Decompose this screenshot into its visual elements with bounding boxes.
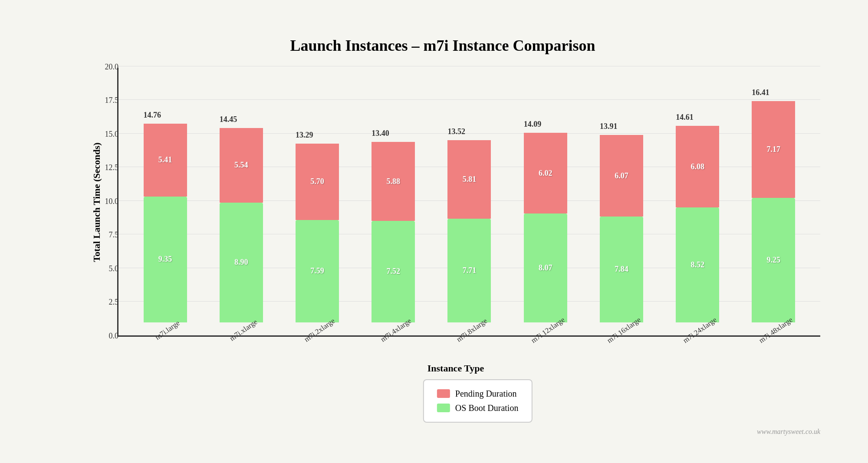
bar-total-label: 13.91: [600, 122, 618, 131]
bar-boot-segment: 7.71: [447, 219, 491, 322]
bar-stack: 14.769.355.41: [144, 124, 187, 322]
bar-boot-value: 7.52: [387, 267, 401, 276]
bar-stack: 14.098.076.02: [524, 133, 567, 322]
bar-stack: 16.419.257.17: [752, 101, 795, 322]
legend-label: OS Boot Duration: [455, 403, 519, 413]
bar-total-label: 14.61: [676, 113, 694, 122]
y-axis-label: 15.0: [95, 130, 118, 139]
y-axis-label: 12.5: [95, 163, 118, 172]
bar-total-label: 14.09: [524, 120, 542, 129]
bar-boot-segment: 9.35: [144, 197, 187, 322]
legend-color-swatch: [437, 404, 450, 412]
bar-boot-segment: 7.59: [296, 220, 339, 322]
bar-pending-value: 6.07: [615, 171, 628, 181]
bar-total-label: 13.40: [372, 129, 389, 138]
bar-boot-value: 8.07: [539, 263, 552, 273]
bar-pending-segment: 6.07: [600, 135, 643, 217]
bar-boot-value: 7.59: [310, 266, 324, 276]
legend-item: Pending Duration: [437, 389, 517, 399]
bar-total-label: 16.41: [752, 88, 769, 97]
y-axis-label: 5.0: [95, 264, 118, 273]
y-axis-label: 7.5: [95, 230, 118, 240]
bar-boot-segment: 8.90: [220, 203, 263, 322]
bar-group: 13.917.846.07m7i.16xlarge: [595, 135, 648, 335]
bar-pending-value: 5.41: [158, 155, 172, 164]
bar-stack: 14.458.905.54: [220, 128, 263, 322]
bar-boot-segment: 9.25: [752, 198, 795, 322]
bar-pending-value: 6.08: [690, 162, 704, 171]
bar-pending-segment: 5.81: [447, 140, 491, 218]
bar-pending-segment: 5.70: [296, 144, 339, 220]
bar-total-label: 13.29: [296, 131, 313, 140]
bar-pending-segment: 5.41: [144, 124, 187, 197]
bar-boot-segment: 7.52: [372, 221, 415, 322]
chart-title: Launch Instances – m7i Instance Comparis…: [65, 36, 820, 55]
bar-pending-segment: 5.54: [220, 128, 263, 203]
bar-pending-value: 5.70: [310, 177, 324, 186]
y-axis-label: 0.0: [95, 332, 118, 341]
y-axis-label: 10.0: [95, 197, 118, 206]
bar-boot-value: 9.25: [767, 256, 781, 265]
bar-group: 16.419.257.17m7i.48xlarge: [747, 101, 799, 335]
bar-group: 14.098.076.02m7i.12xlarge: [519, 133, 572, 335]
bar-stack: 13.407.525.88: [372, 142, 415, 322]
bar-pending-segment: 6.08: [676, 126, 719, 207]
bar-group: 14.458.905.54m7i.xlarge: [215, 128, 267, 335]
legend-item: OS Boot Duration: [437, 403, 519, 413]
bar-boot-value: 7.71: [463, 266, 477, 275]
bar-pending-segment: 6.02: [524, 133, 567, 214]
bar-pending-value: 5.88: [387, 177, 401, 186]
bar-group: 13.527.715.81m7i.8xlarge: [443, 140, 495, 335]
bar-pending-value: 5.54: [234, 161, 248, 170]
chart-area: Total Launch Time (Seconds) 0.02.55.07.5…: [65, 68, 820, 337]
chart-container: Launch Instances – m7i Instance Comparis…: [22, 19, 846, 444]
y-axis-label: 17.5: [95, 96, 118, 105]
legend-label: Pending Duration: [455, 389, 517, 399]
bar-boot-value: 8.52: [690, 260, 704, 269]
bar-boot-segment: 8.07: [524, 213, 567, 322]
bar-stack: 14.618.526.08: [676, 126, 719, 322]
bar-pending-segment: 7.17: [752, 101, 795, 197]
bar-group: 14.769.355.41m7i.large: [139, 124, 191, 335]
y-axis-label: 2.5: [95, 298, 118, 307]
bar-pending-segment: 5.88: [372, 142, 415, 221]
plot-area: 0.02.55.07.510.012.515.017.520.0 14.769.…: [117, 68, 820, 337]
bar-boot-value: 8.90: [234, 258, 248, 267]
bar-group: 13.297.595.70m7i.2xlarge: [291, 144, 343, 335]
grid-line: [118, 66, 820, 66]
bar-pending-value: 6.02: [539, 169, 552, 178]
bar-stack: 13.917.846.07: [600, 135, 643, 322]
bars-wrapper: 14.769.355.41m7i.large14.458.905.54m7i.x…: [118, 68, 820, 335]
bar-boot-value: 9.35: [158, 255, 172, 264]
bar-total-label: 13.52: [447, 127, 465, 136]
bar-total-label: 14.45: [220, 115, 237, 124]
bar-group: 13.407.525.88m7i.4xlarge: [367, 142, 419, 335]
bar-stack: 13.297.595.70: [296, 144, 339, 322]
bar-group: 14.618.526.08m7i.24xlarge: [671, 126, 723, 335]
bar-pending-value: 5.81: [463, 175, 477, 184]
x-axis-title: Instance Type: [91, 363, 820, 374]
legend: Pending DurationOS Boot Duration: [423, 379, 533, 423]
legend-color-swatch: [437, 389, 450, 398]
bar-pending-value: 7.17: [767, 145, 781, 154]
watermark: www.martysweet.co.uk: [757, 428, 820, 436]
bar-boot-segment: 8.52: [676, 207, 719, 322]
bar-boot-value: 7.84: [615, 265, 628, 274]
bar-total-label: 14.76: [144, 111, 161, 120]
y-axis-label: 20.0: [95, 62, 118, 72]
bar-boot-segment: 7.84: [600, 217, 643, 322]
bar-stack: 13.527.715.81: [447, 140, 491, 322]
